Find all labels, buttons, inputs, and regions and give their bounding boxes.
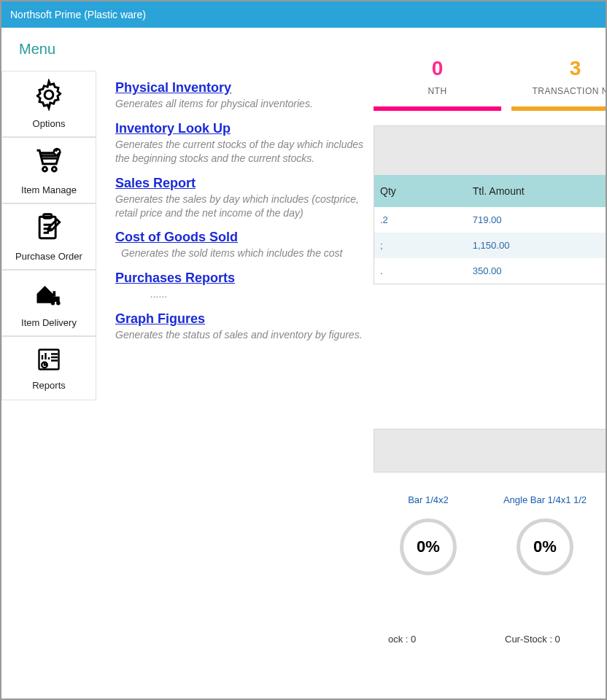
sidebar-item-reports[interactable]: Reports [1,336,96,400]
sidebar-item-purchase-order[interactable]: Purchase Order [1,203,96,270]
cell-qty: . [374,258,467,284]
table-row[interactable]: . 350.00 ge [374,258,606,284]
report-desc: ...... [115,287,203,301]
menu-header: Menu [1,28,96,71]
reports-icon [36,346,62,376]
report-link-inventory-lookup[interactable]: Inventory Look Up [115,121,231,136]
sidebar: Menu Options Item Manage Purchase Order … [1,28,96,697]
report-desc: Generates the status of sales and invent… [115,328,366,342]
sidebar-item-label: Options [33,118,66,129]
cell-amount: 350.00 [467,258,606,284]
stock-card: Angle Bar 1/4x1 1/2 0% Cur-Stock : 0 [490,494,600,645]
gear-icon [33,79,65,114]
report-link-physical-inventory[interactable]: Physical Inventory [115,80,231,96]
sidebar-item-item-manage[interactable]: Item Manage [1,137,96,203]
metric-bar [511,106,606,111]
metric-bar [374,106,501,111]
report-link-purchases-reports[interactable]: Purchases Reports [115,271,235,286]
sales-panel: Manage Sales Qty Ttl. Amount Ref. .2 719… [374,125,606,284]
stock-percent-ring: 0% [400,518,457,575]
stock-name: Angle Bar 1/4x1 1/2 [490,494,600,505]
stock-header-bar [374,429,606,472]
report-link-cost-of-goods-sold[interactable]: Cost of Goods Sold [115,230,238,245]
reports-panel: Physical Inventory Generates all items f… [96,28,374,349]
report-desc: Generates the sales by day which include… [115,192,366,220]
svg-point-1 [43,167,47,171]
sidebar-item-item-delivery[interactable]: Item Delivery [1,270,96,336]
col-qty: Qty [374,175,467,207]
metric-label: TRANSACTION NO. [511,86,606,96]
cell-amount: 1,150.00 [467,233,606,258]
report-desc: Generates the current stocks of the day … [115,138,366,166]
sidebar-item-label: Item Manage [21,184,77,195]
metric-value: 3 [511,57,606,80]
stock-percent: 0% [533,537,557,556]
cell-qty: ; [374,233,467,258]
sidebar-item-label: Reports [32,380,66,391]
cell-amount: 719.00 [467,207,606,233]
cart-icon [33,145,65,180]
report-link-sales-report[interactable]: Sales Report [115,176,196,191]
stock-name: Bar 1/4x2 [374,494,483,505]
metric-card-month: 0 NTH [374,57,501,111]
svg-point-2 [52,167,56,171]
report-link-graph-figures[interactable]: Graph Figures [115,311,205,327]
stock-footer: ock : 0 [374,634,483,645]
stock-footer: Cur-Stock : 0 [490,634,600,645]
metric-label: NTH [374,86,501,96]
house-truck-icon [33,278,65,313]
svg-point-7 [51,301,55,306]
content-area: _ Physical Inventory Generates all items… [96,28,606,697]
svg-point-0 [45,90,53,99]
window-title: Northsoft Prime (Plastic ware) [10,9,146,20]
report-desc: Generates all items for physical invento… [115,97,366,111]
table-header-row: Qty Ttl. Amount Ref. [374,175,606,207]
col-amount: Ttl. Amount [467,175,606,207]
sales-table: Qty Ttl. Amount Ref. .2 719.00 ge ; 1,15… [374,175,606,284]
sidebar-item-label: Item Delivery [21,317,77,328]
stock-card: Bar 1/4x2 0% ock : 0 [374,494,483,645]
table-row[interactable]: ; 1,150.00 ge [374,233,606,258]
stock-panel: Bar 1/4x2 0% ock : 0 Angle Bar 1/4x1 1/2… [374,429,606,645]
sidebar-item-label: Purchase Order [15,251,82,262]
metric-card-transaction: 3 TRANSACTION NO. [511,57,606,111]
svg-rect-6 [50,297,60,302]
svg-point-8 [56,301,61,306]
report-desc: Generates the sold items which includes … [115,246,366,260]
cell-qty: .2 [374,207,467,233]
dashboard: 0 NTH 3 TRANSACTION NO. Manage Sales Qty [374,28,606,284]
stock-percent: 0% [417,537,440,556]
clipboard-pencil-icon [33,211,65,246]
stock-percent-ring: 0% [517,518,573,575]
metric-value: 0 [374,57,501,80]
table-row[interactable]: .2 719.00 ge [374,207,606,233]
sidebar-item-options[interactable]: Options [1,71,96,137]
window-titlebar: Northsoft Prime (Plastic ware) [1,1,606,28]
